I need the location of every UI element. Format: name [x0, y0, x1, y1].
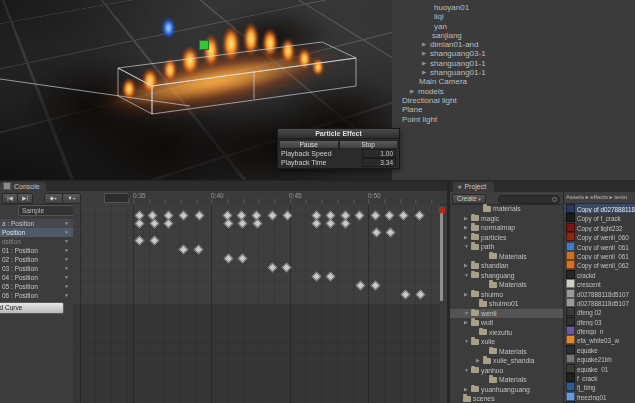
asset-item[interactable]: d027888118d5107 — [564, 298, 635, 307]
track-dropdown-icon[interactable]: ▼ — [64, 246, 69, 255]
tree-item[interactable]: Materials — [450, 347, 563, 357]
keyframe-diamond[interactable] — [386, 228, 396, 238]
asset-item[interactable]: equake21bh — [564, 354, 635, 363]
keyframe-diamond[interactable] — [238, 254, 248, 264]
frame-number-field[interactable] — [104, 193, 130, 203]
animation-track-row[interactable]: 02 : Position▼ — [0, 255, 73, 264]
fold-arrow-icon[interactable]: ▶ — [422, 40, 430, 49]
track-dropdown-icon[interactable]: ▼ — [64, 219, 69, 228]
add-event-button[interactable]: ▼+ — [62, 193, 81, 204]
tree-item[interactable]: ▶wuti — [450, 318, 563, 328]
keyframe-diamond[interactable] — [326, 219, 336, 229]
keyframe-diamond[interactable] — [282, 263, 292, 273]
fold-arrow-icon[interactable]: ▶ — [464, 290, 471, 300]
tree-item[interactable]: ▼path — [450, 242, 563, 252]
hierarchy-item[interactable]: ▶shanguang01-1 — [392, 59, 635, 68]
tree-item[interactable]: scenes — [450, 394, 563, 403]
breadcrumb[interactable]: Assets ▸ effects ▸ textu — [564, 192, 635, 204]
hierarchy-item[interactable]: sanjiang — [392, 31, 635, 40]
fold-arrow-icon[interactable]: ▶ — [464, 318, 471, 328]
keyframe-diamond[interactable] — [135, 236, 145, 246]
hierarchy-item[interactable]: ▶dimian01-and — [392, 40, 635, 49]
asset-item[interactable]: equake_01 — [564, 364, 635, 373]
asset-item[interactable]: equake — [564, 345, 635, 354]
asset-item[interactable]: fj_bing — [564, 382, 635, 391]
keyframe-diamond[interactable] — [194, 245, 204, 255]
fold-arrow-icon[interactable]: ▶ — [422, 49, 430, 58]
add-keyframe-button[interactable]: ◆+ — [44, 193, 63, 204]
tree-item[interactable]: ▼shanguang — [450, 271, 563, 281]
keyframe-diamond[interactable] — [268, 211, 278, 221]
hierarchy-item[interactable]: liqi — [392, 12, 635, 21]
fold-arrow-icon[interactable]: ▼ — [464, 337, 471, 347]
fold-arrow-icon[interactable]: ▶ — [410, 87, 418, 96]
tree-item[interactable]: Materials — [450, 280, 563, 290]
playback-speed-value[interactable]: 1.00 — [362, 149, 396, 158]
asset-item[interactable]: crescent — [564, 279, 635, 288]
fold-arrow-icon[interactable]: ▼ — [464, 309, 471, 319]
animation-track-row[interactable]: 05 : Position▼ — [0, 282, 73, 291]
tab-project[interactable]: ★Project — [453, 182, 494, 192]
keyframe-diamond[interactable] — [312, 272, 322, 282]
tree-item[interactable]: ▼wenli — [450, 309, 563, 319]
asset-item[interactable]: f_crack — [564, 373, 635, 382]
fold-arrow-icon[interactable]: ▼ — [464, 271, 471, 281]
fold-arrow-icon[interactable]: ▼ — [464, 366, 471, 376]
hierarchy-item[interactable]: Point light — [392, 115, 635, 124]
first-key-button[interactable]: |◀ — [2, 193, 18, 204]
keyframe-diamond[interactable] — [179, 211, 189, 221]
keyframe-diamond[interactable] — [355, 211, 365, 221]
fold-arrow-icon[interactable]: ▶ — [464, 214, 471, 224]
tree-item[interactable]: Materials — [450, 375, 563, 385]
hierarchy-item[interactable]: Directional light — [392, 96, 635, 105]
tree-item[interactable]: ▶shuimo — [450, 290, 563, 300]
keyframe-diamond[interactable] — [371, 281, 381, 291]
tree-item[interactable]: ▶particles — [450, 233, 563, 243]
keyframe-diamond[interactable] — [195, 211, 205, 221]
keyframe-diamond[interactable] — [179, 245, 189, 255]
keyframe-diamond[interactable] — [224, 254, 234, 264]
fold-arrow-icon[interactable]: ▶ — [464, 385, 471, 395]
track-dropdown-icon[interactable]: ▼ — [64, 264, 69, 273]
tree-item[interactable]: ▼xulie — [450, 337, 563, 347]
track-dropdown-icon[interactable]: ▼ — [64, 255, 69, 264]
keyframe-diamond[interactable] — [415, 211, 425, 221]
asset-item[interactable]: efa_white03_w — [564, 335, 635, 344]
asset-item[interactable]: Copy of light232 — [564, 223, 635, 232]
search-input[interactable] — [498, 195, 560, 204]
tree-item[interactable]: xiezuitu — [450, 328, 563, 338]
keyframe-diamond[interactable] — [135, 219, 145, 229]
tree-item[interactable]: ▶xulie_shandia — [450, 356, 563, 366]
track-dropdown-icon[interactable]: ▼ — [64, 282, 69, 291]
track-dropdown-icon[interactable]: ▼ — [64, 273, 69, 282]
keyframe-diamond[interactable] — [399, 211, 409, 221]
tree-item[interactable]: ▶yuanhuanguang — [450, 385, 563, 395]
tab-console[interactable]: Console — [0, 182, 46, 191]
tree-item[interactable]: ▼yanhuo — [450, 366, 563, 376]
keyframe-diamond[interactable] — [150, 219, 160, 229]
animation-track-row[interactable]: 06 : Position▼ — [0, 291, 73, 300]
asset-item[interactable]: Copy of d027888118d5 — [564, 204, 635, 213]
asset-item[interactable]: dfeng 02 — [564, 307, 635, 316]
tree-item[interactable]: ▶shandian — [450, 261, 563, 271]
tree-item[interactable]: materials — [450, 204, 563, 214]
keyframe-diamond[interactable] — [283, 211, 293, 221]
fold-arrow-icon[interactable]: ▶ — [464, 223, 471, 233]
hierarchy-item[interactable]: Main Camera — [392, 77, 635, 86]
animation-track-row[interactable]: 01 : Position▼ — [0, 246, 73, 255]
pause-button[interactable]: Pause — [279, 140, 339, 149]
add-curve-button[interactable]: Add Curve — [0, 302, 64, 314]
create-button[interactable]: Create ▾ — [452, 194, 486, 204]
tree-item[interactable]: shuimo01 — [450, 299, 563, 309]
keyframe-diamond[interactable] — [268, 263, 278, 273]
asset-item[interactable]: Copy of f_crack — [564, 213, 635, 222]
asset-item[interactable]: freezing01 — [564, 392, 635, 401]
fold-arrow-icon[interactable]: ▼ — [464, 242, 471, 252]
animation-track-row[interactable]: Position▼ — [0, 228, 73, 237]
hierarchy-item[interactable]: huoyan01 — [392, 3, 635, 12]
track-dropdown-icon[interactable]: ▼ — [64, 237, 69, 246]
fold-arrow-icon[interactable]: ▶ — [422, 59, 430, 68]
keyframe-diamond[interactable] — [312, 219, 322, 229]
dopesheet[interactable] — [73, 204, 440, 403]
asset-item[interactable]: crackd — [564, 270, 635, 279]
